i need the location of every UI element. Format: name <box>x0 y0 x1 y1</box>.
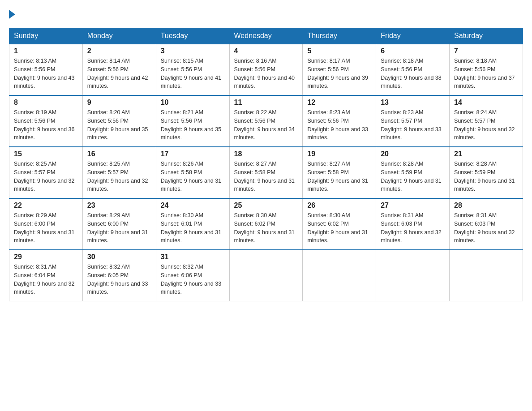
logo-arrow-icon <box>9 10 15 19</box>
calendar-cell: 23 Sunrise: 8:29 AM Sunset: 6:00 PM Dayl… <box>82 198 156 250</box>
calendar-cell: 9 Sunrise: 8:20 AM Sunset: 5:56 PM Dayli… <box>82 95 156 147</box>
calendar-cell: 1 Sunrise: 8:13 AM Sunset: 5:56 PM Dayli… <box>9 44 83 95</box>
calendar-cell: 29 Sunrise: 8:31 AM Sunset: 6:04 PM Dayl… <box>9 250 83 301</box>
day-number: 14 <box>454 98 518 107</box>
day-number: 15 <box>14 150 78 158</box>
day-number: 22 <box>14 201 78 210</box>
day-info: Sunrise: 8:25 AM Sunset: 5:57 PM Dayligh… <box>14 160 78 193</box>
day-number: 1 <box>14 47 78 55</box>
calendar-cell: 4 Sunrise: 8:16 AM Sunset: 5:56 PM Dayli… <box>229 44 303 95</box>
calendar-cell: 10 Sunrise: 8:21 AM Sunset: 5:56 PM Dayl… <box>156 95 229 147</box>
day-number: 28 <box>454 201 518 210</box>
day-info: Sunrise: 8:22 AM Sunset: 5:56 PM Dayligh… <box>234 108 298 142</box>
calendar-cell: 22 Sunrise: 8:29 AM Sunset: 6:00 PM Dayl… <box>9 198 83 250</box>
day-info: Sunrise: 8:24 AM Sunset: 5:57 PM Dayligh… <box>454 108 518 142</box>
day-number: 6 <box>381 47 445 55</box>
day-info: Sunrise: 8:20 AM Sunset: 5:56 PM Dayligh… <box>87 108 151 142</box>
day-number: 4 <box>234 47 298 55</box>
day-info: Sunrise: 8:21 AM Sunset: 5:56 PM Dayligh… <box>161 108 225 142</box>
day-number: 18 <box>234 150 298 158</box>
calendar-cell: 28 Sunrise: 8:31 AM Sunset: 6:03 PM Dayl… <box>450 198 523 250</box>
calendar-cell: 27 Sunrise: 8:31 AM Sunset: 6:03 PM Dayl… <box>376 198 450 250</box>
day-number: 19 <box>307 150 371 158</box>
day-number: 10 <box>161 98 225 107</box>
day-info: Sunrise: 8:19 AM Sunset: 5:56 PM Dayligh… <box>14 108 78 142</box>
calendar-cell: 25 Sunrise: 8:30 AM Sunset: 6:02 PM Dayl… <box>229 198 303 250</box>
day-info: Sunrise: 8:15 AM Sunset: 5:56 PM Dayligh… <box>161 57 225 90</box>
calendar-cell: 15 Sunrise: 8:25 AM Sunset: 5:57 PM Dayl… <box>9 147 83 198</box>
day-number: 27 <box>381 201 445 210</box>
day-number: 24 <box>161 201 225 210</box>
calendar-week-row: 29 Sunrise: 8:31 AM Sunset: 6:04 PM Dayl… <box>9 250 523 301</box>
day-number: 13 <box>381 98 445 107</box>
calendar-cell: 11 Sunrise: 8:22 AM Sunset: 5:56 PM Dayl… <box>229 95 303 147</box>
weekday-header-sunday: Sunday <box>9 28 83 44</box>
day-number: 3 <box>161 47 225 55</box>
calendar-cell: 17 Sunrise: 8:26 AM Sunset: 5:58 PM Dayl… <box>156 147 229 198</box>
day-info: Sunrise: 8:18 AM Sunset: 5:56 PM Dayligh… <box>454 57 518 90</box>
day-number: 23 <box>87 201 151 210</box>
day-info: Sunrise: 8:13 AM Sunset: 5:56 PM Dayligh… <box>14 57 78 90</box>
weekday-header-tuesday: Tuesday <box>156 28 229 44</box>
weekday-header-friday: Friday <box>376 28 450 44</box>
calendar-cell: 24 Sunrise: 8:30 AM Sunset: 6:01 PM Dayl… <box>156 198 229 250</box>
calendar-cell: 5 Sunrise: 8:17 AM Sunset: 5:56 PM Dayli… <box>303 44 376 95</box>
calendar-table: SundayMondayTuesdayWednesdayThursdayFrid… <box>9 28 523 301</box>
calendar-week-row: 22 Sunrise: 8:29 AM Sunset: 6:00 PM Dayl… <box>9 198 523 250</box>
day-number: 7 <box>454 47 518 55</box>
calendar-cell: 18 Sunrise: 8:27 AM Sunset: 5:58 PM Dayl… <box>229 147 303 198</box>
calendar-cell: 26 Sunrise: 8:30 AM Sunset: 6:02 PM Dayl… <box>303 198 376 250</box>
calendar-cell: 19 Sunrise: 8:27 AM Sunset: 5:58 PM Dayl… <box>303 147 376 198</box>
day-number: 31 <box>161 253 225 261</box>
day-info: Sunrise: 8:29 AM Sunset: 6:00 PM Dayligh… <box>14 211 78 245</box>
day-info: Sunrise: 8:27 AM Sunset: 5:58 PM Dayligh… <box>307 160 371 193</box>
day-info: Sunrise: 8:27 AM Sunset: 5:58 PM Dayligh… <box>234 160 298 193</box>
day-info: Sunrise: 8:30 AM Sunset: 6:01 PM Dayligh… <box>161 211 225 245</box>
day-number: 8 <box>14 98 78 107</box>
day-number: 12 <box>307 98 371 107</box>
day-number: 11 <box>234 98 298 107</box>
day-info: Sunrise: 8:32 AM Sunset: 6:05 PM Dayligh… <box>87 263 151 296</box>
day-number: 26 <box>307 201 371 210</box>
calendar-cell: 31 Sunrise: 8:32 AM Sunset: 6:06 PM Dayl… <box>156 250 229 301</box>
day-info: Sunrise: 8:31 AM Sunset: 6:03 PM Dayligh… <box>454 211 518 245</box>
calendar-week-row: 8 Sunrise: 8:19 AM Sunset: 5:56 PM Dayli… <box>9 95 523 147</box>
calendar-cell: 16 Sunrise: 8:25 AM Sunset: 5:57 PM Dayl… <box>82 147 156 198</box>
calendar-cell <box>303 250 376 301</box>
day-info: Sunrise: 8:26 AM Sunset: 5:58 PM Dayligh… <box>161 160 225 193</box>
calendar-week-row: 15 Sunrise: 8:25 AM Sunset: 5:57 PM Dayl… <box>9 147 523 198</box>
weekday-header-monday: Monday <box>82 28 156 44</box>
calendar-cell: 8 Sunrise: 8:19 AM Sunset: 5:56 PM Dayli… <box>9 95 83 147</box>
day-info: Sunrise: 8:31 AM Sunset: 6:04 PM Dayligh… <box>14 263 78 296</box>
weekday-header-saturday: Saturday <box>450 28 523 44</box>
day-info: Sunrise: 8:17 AM Sunset: 5:56 PM Dayligh… <box>307 57 371 90</box>
calendar-cell: 21 Sunrise: 8:28 AM Sunset: 5:59 PM Dayl… <box>450 147 523 198</box>
day-number: 9 <box>87 98 151 107</box>
calendar-cell: 12 Sunrise: 8:23 AM Sunset: 5:56 PM Dayl… <box>303 95 376 147</box>
day-number: 25 <box>234 201 298 210</box>
day-info: Sunrise: 8:32 AM Sunset: 6:06 PM Dayligh… <box>161 263 225 296</box>
weekday-header-thursday: Thursday <box>303 28 376 44</box>
weekday-header-row: SundayMondayTuesdayWednesdayThursdayFrid… <box>9 28 523 44</box>
logo <box>9 9 15 19</box>
day-info: Sunrise: 8:23 AM Sunset: 5:57 PM Dayligh… <box>381 108 445 142</box>
day-info: Sunrise: 8:30 AM Sunset: 6:02 PM Dayligh… <box>307 211 371 245</box>
calendar-cell: 30 Sunrise: 8:32 AM Sunset: 6:05 PM Dayl… <box>82 250 156 301</box>
day-info: Sunrise: 8:14 AM Sunset: 5:56 PM Dayligh… <box>87 57 151 90</box>
day-number: 5 <box>307 47 371 55</box>
calendar-cell: 7 Sunrise: 8:18 AM Sunset: 5:56 PM Dayli… <box>450 44 523 95</box>
page-header <box>9 9 523 19</box>
calendar-cell: 2 Sunrise: 8:14 AM Sunset: 5:56 PM Dayli… <box>82 44 156 95</box>
calendar-week-row: 1 Sunrise: 8:13 AM Sunset: 5:56 PM Dayli… <box>9 44 523 95</box>
calendar-cell: 13 Sunrise: 8:23 AM Sunset: 5:57 PM Dayl… <box>376 95 450 147</box>
day-number: 30 <box>87 253 151 261</box>
calendar-cell: 20 Sunrise: 8:28 AM Sunset: 5:59 PM Dayl… <box>376 147 450 198</box>
day-info: Sunrise: 8:31 AM Sunset: 6:03 PM Dayligh… <box>381 211 445 245</box>
day-info: Sunrise: 8:29 AM Sunset: 6:00 PM Dayligh… <box>87 211 151 245</box>
day-info: Sunrise: 8:28 AM Sunset: 5:59 PM Dayligh… <box>454 160 518 193</box>
day-number: 2 <box>87 47 151 55</box>
day-number: 29 <box>14 253 78 261</box>
calendar-cell: 3 Sunrise: 8:15 AM Sunset: 5:56 PM Dayli… <box>156 44 229 95</box>
day-number: 21 <box>454 150 518 158</box>
day-number: 16 <box>87 150 151 158</box>
